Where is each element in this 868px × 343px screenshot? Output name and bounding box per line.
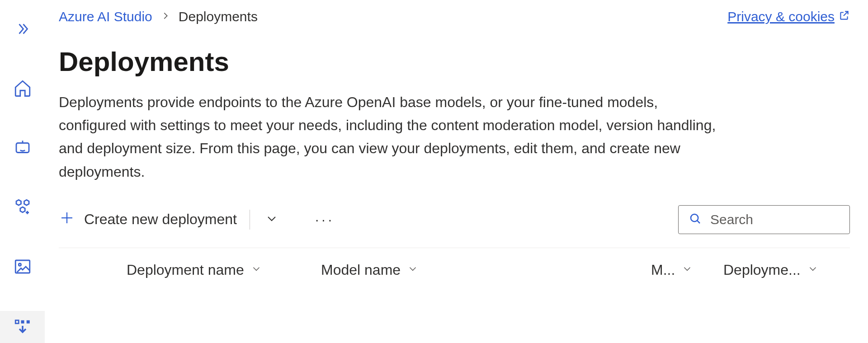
column-label: M... [651,262,675,278]
column-header-deployment-name[interactable]: Deployment name [127,262,321,278]
svg-point-6 [691,214,698,221]
create-dropdown-button[interactable] [258,208,285,231]
svg-rect-5 [26,320,29,324]
chevron-right-icon [160,10,170,24]
plus-icon [59,210,75,230]
more-actions-button[interactable]: ··· [307,208,343,231]
page-title: Deployments [59,46,850,77]
column-label: Deployment name [127,262,244,278]
search-input[interactable] [710,212,868,227]
column-header-m[interactable]: M... [651,262,723,278]
breadcrumb-current: Deployments [179,9,258,24]
column-header-deployment-type[interactable]: Deployme... [723,262,850,278]
search-icon [689,212,702,227]
sidebar [0,0,45,343]
column-label: Deployme... [723,262,801,278]
column-label: Model name [321,262,401,278]
hexagons-icon [13,197,32,218]
external-link-icon [838,9,850,24]
svg-rect-4 [21,320,24,324]
svg-point-2 [19,263,21,266]
page-description: Deployments provide endpoints to the Azu… [59,91,719,183]
chevron-down-icon [264,220,279,227]
table-header-row: Deployment name Model name M... Deployme… [59,248,850,283]
toolbar: Create new deployment ··· [59,205,850,248]
sidebar-item-models[interactable] [0,192,45,225]
create-new-deployment-button[interactable]: Create new deployment [59,206,237,233]
sidebar-item-chat[interactable] [0,132,45,165]
create-button-label: Create new deployment [84,211,237,228]
breadcrumb: Azure AI Studio Deployments [59,9,258,24]
toolbar-divider [250,210,250,230]
chevron-down-icon [681,262,693,278]
expand-icon [14,21,31,39]
more-horizontal-icon: ··· [315,212,335,227]
deployments-icon [13,316,32,337]
privacy-link-label: Privacy & cookies [727,9,835,24]
sidebar-item-home[interactable] [0,73,45,106]
topbar: Azure AI Studio Deployments Privacy & co… [59,9,850,24]
sidebar-item-images[interactable] [0,251,45,284]
chat-bot-icon [13,138,32,159]
toolbar-left: Create new deployment ··· [59,206,343,233]
chevron-down-icon [407,262,419,278]
chevron-down-icon [250,262,262,278]
privacy-cookies-link[interactable]: Privacy & cookies [727,9,850,24]
column-header-model-name[interactable]: Model name [321,262,493,278]
search-box[interactable] [678,205,850,234]
image-icon [13,257,32,278]
home-icon [13,79,32,99]
chevron-down-icon [807,262,819,278]
sidebar-expand[interactable] [0,14,45,46]
breadcrumb-root-link[interactable]: Azure AI Studio [59,9,152,24]
sidebar-item-deployments[interactable] [0,311,45,343]
svg-rect-3 [15,320,19,324]
main-content: Azure AI Studio Deployments Privacy & co… [45,0,868,343]
